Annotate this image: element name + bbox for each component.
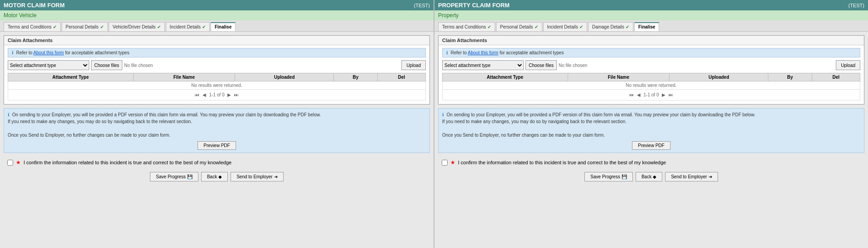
right-about-link[interactable]: About this form — [468, 50, 498, 55]
left-page-first-icon[interactable]: ⏮ — [195, 92, 199, 97]
left-back-button[interactable]: Back ◆ — [201, 172, 228, 181]
right-preview-pdf-button[interactable]: Preview PDF — [632, 141, 670, 150]
left-tab-personal-check: ✔ — [100, 24, 104, 29]
right-info-icon: ℹ — [446, 50, 448, 55]
right-tab-personal[interactable]: Personal Details ✔ — [496, 22, 542, 31]
left-info-line2: If you need to make any changes, you may… — [8, 119, 192, 124]
right-back-button[interactable]: Back ◆ — [636, 172, 662, 181]
left-test-badge: (TEST) — [414, 3, 430, 8]
left-page-next-icon[interactable]: ▶ — [227, 92, 231, 97]
right-tab-terms[interactable]: Terms and Conditions ✔ — [438, 22, 495, 31]
left-confirm-label: I confirm the information related to thi… — [24, 160, 231, 165]
right-panel: PROPERTY CLAIM FORM (TEST) Property Term… — [434, 0, 868, 248]
left-save-progress-button[interactable]: Save Progress 💾 — [150, 172, 198, 181]
left-tab-incident[interactable]: Incident Details ✔ — [166, 22, 210, 31]
right-claim-attachments-title: Claim Attachments — [439, 36, 864, 45]
right-page-info: 1-1 of 0 — [644, 92, 659, 97]
left-col-attach-type: Attachment Type — [8, 73, 134, 81]
left-confirm-row: ★ I confirm the information related to t… — [4, 157, 430, 168]
left-info-box-icon: ℹ — [8, 112, 10, 117]
left-attachment-type-select[interactable]: Select attachment type — [8, 60, 89, 70]
right-page-prev-icon[interactable]: ◀ — [637, 92, 641, 97]
left-tab-incident-label: Incident Details — [170, 24, 201, 29]
left-info-icon: ℹ — [12, 50, 14, 55]
left-attach-table: Attachment Type File Name Uploaded By De… — [8, 73, 426, 100]
right-choose-files-button[interactable]: Choose files — [526, 60, 557, 70]
left-col-by: By — [334, 73, 377, 81]
left-tab-incident-check: ✔ — [202, 24, 206, 29]
right-info-box: ℹ On sending to your Employer, you will … — [438, 108, 864, 153]
right-tab-terms-label: Terms and Conditions — [442, 24, 486, 29]
left-claim-attachments-box: Claim Attachments ℹ Refer to About this … — [4, 35, 430, 105]
left-upload-row: Select attachment type Choose files No f… — [8, 60, 426, 70]
left-tab-terms-label: Terms and Conditions — [8, 24, 52, 29]
right-page-last-icon[interactable]: ⏭ — [669, 92, 673, 97]
left-tab-personal[interactable]: Personal Details ✔ — [62, 22, 108, 31]
left-info-line1: On sending to your Employer, you will be… — [12, 112, 321, 117]
left-tab-vehicle-check: ✔ — [157, 24, 161, 29]
right-upload-button[interactable]: Upload — [836, 60, 860, 70]
left-confirm-checkbox[interactable] — [7, 160, 13, 166]
left-tab-vehicle[interactable]: Vehicle/Driver Details ✔ — [109, 22, 165, 31]
left-info-row: ℹ Refer to About this form for acceptabl… — [8, 48, 426, 57]
right-pagination-row: ⏮ ◀ 1-1 of 0 ▶ ⏭ — [443, 90, 860, 100]
left-subtitle: Motor Vehicle — [0, 10, 434, 20]
left-send-to-employer-button[interactable]: Send to Employer ➔ — [231, 172, 284, 181]
right-tab-damage[interactable]: Damage Details ✔ — [588, 22, 633, 31]
right-title: PROPERTY CLAIM FORM — [438, 2, 510, 9]
right-body: Claim Attachments ℹ Refer to About this … — [434, 32, 868, 248]
right-page-next-icon[interactable]: ▶ — [662, 92, 665, 97]
right-attach-table: Attachment Type File Name Uploaded By De… — [442, 73, 860, 100]
left-about-link[interactable]: About this form — [34, 50, 64, 55]
right-info-line2: If you need to make any changes, you may… — [442, 119, 627, 124]
right-save-icon: 💾 — [622, 174, 627, 179]
left-page-prev-icon[interactable]: ◀ — [203, 92, 206, 97]
right-upload-row: Select attachment type Choose files No f… — [442, 60, 860, 70]
right-tab-damage-check: ✔ — [626, 24, 629, 29]
right-back-icon: ◆ — [653, 174, 656, 179]
right-info-line1: On sending to your Employer, you will be… — [447, 112, 755, 117]
left-choose-files-button[interactable]: Choose files — [91, 60, 122, 70]
left-info-box: ℹ On sending to your Employer, you will … — [4, 108, 430, 153]
left-col-uploaded: Uploaded — [235, 73, 334, 81]
right-confirm-star: ★ — [450, 159, 455, 166]
right-confirm-label: I confirm the information related to thi… — [458, 160, 666, 165]
left-send-icon: ➔ — [274, 174, 278, 179]
right-no-results-text: No results were returned. — [443, 81, 860, 90]
left-body: Claim Attachments ℹ Refer to About this … — [0, 32, 434, 248]
left-tab-personal-label: Personal Details — [66, 24, 99, 29]
left-tab-finalise[interactable]: Finalise — [211, 22, 236, 31]
right-page-first-icon[interactable]: ⏮ — [629, 92, 634, 97]
right-tab-personal-label: Personal Details — [500, 24, 533, 29]
right-no-file-text: No file chosen — [559, 63, 834, 68]
right-send-to-employer-button[interactable]: Send to Employer ➔ — [665, 172, 718, 181]
right-claim-attachments-box: Claim Attachments ℹ Refer to About this … — [438, 35, 864, 105]
right-save-progress-button[interactable]: Save Progress 💾 — [584, 172, 633, 181]
right-tab-damage-label: Damage Details — [592, 24, 624, 29]
right-attachment-type-select[interactable]: Select attachment type — [442, 60, 524, 70]
left-tab-terms[interactable]: Terms and Conditions ✔ — [4, 22, 61, 31]
left-bottom-buttons: Save Progress 💾 Back ◆ Send to Employer … — [4, 168, 430, 185]
right-confirm-checkbox[interactable] — [442, 160, 448, 166]
left-save-icon: 💾 — [187, 174, 193, 179]
left-panel: MOTOR CLAIM FORM (TEST) Motor Vehicle Te… — [0, 0, 434, 248]
left-no-file-text: No file chosen — [124, 63, 400, 68]
right-col-attach-type: Attachment Type — [443, 73, 568, 81]
left-pagination: ⏮ ◀ 1-1 of 0 ▶ ⏭ — [11, 91, 423, 99]
right-tab-incident-label: Incident Details — [547, 24, 578, 29]
right-col-del: Del — [812, 73, 860, 81]
right-tab-finalise[interactable]: Finalise — [634, 22, 659, 31]
left-col-file-name: File Name — [133, 73, 235, 81]
right-tab-incident[interactable]: Incident Details ✔ — [543, 22, 587, 31]
left-page-last-icon[interactable]: ⏭ — [234, 92, 239, 97]
left-title: MOTOR CLAIM FORM — [4, 2, 65, 9]
left-tab-vehicle-label: Vehicle/Driver Details — [113, 24, 156, 29]
left-upload-button[interactable]: Upload — [401, 60, 426, 70]
left-claim-attachments-title: Claim Attachments — [4, 36, 429, 45]
right-col-file-name: File Name — [568, 73, 670, 81]
right-col-by: By — [768, 73, 812, 81]
left-preview-pdf-button[interactable]: Preview PDF — [198, 141, 236, 150]
left-no-results-row: No results were returned. — [8, 81, 426, 90]
left-tab-finalise-label: Finalise — [215, 24, 231, 29]
left-col-del: Del — [377, 73, 425, 81]
